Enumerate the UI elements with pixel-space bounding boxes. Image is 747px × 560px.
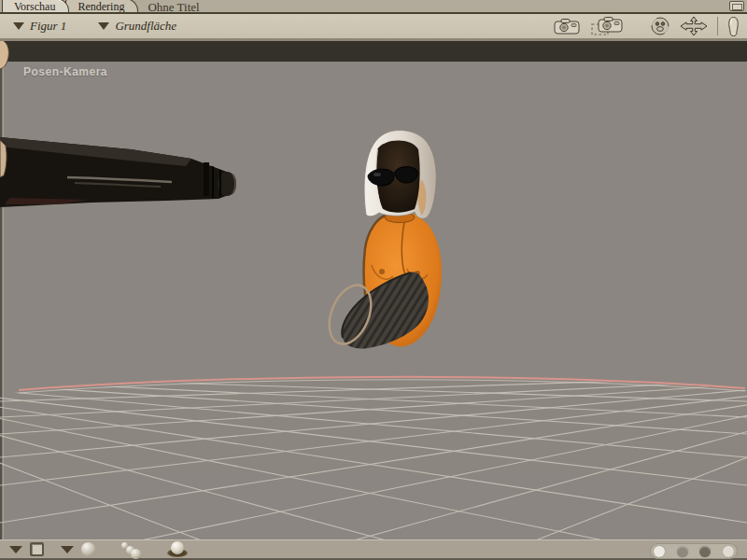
light-bulb-icon[interactable] bbox=[727, 16, 740, 37]
viewport-left-edge bbox=[0, 41, 3, 539]
color-dot-1[interactable] bbox=[654, 546, 665, 557]
move-axes-icon[interactable] bbox=[680, 16, 708, 36]
box-style-icon[interactable] bbox=[30, 542, 44, 556]
viewport-top-bar bbox=[0, 41, 747, 62]
figure-selector-label: Figur 1 bbox=[30, 19, 66, 34]
chevron-down-icon bbox=[13, 22, 24, 30]
trackball-icon[interactable] bbox=[650, 16, 670, 36]
chevron-down-icon bbox=[98, 22, 109, 30]
figure-style-dropdown-icon[interactable] bbox=[61, 546, 74, 553]
color-dot-3[interactable] bbox=[699, 546, 711, 557]
camera-icon[interactable] bbox=[553, 17, 581, 35]
tab-vorschau[interactable]: Vorschau bbox=[2, 0, 69, 12]
element-selector-label: Grundfläche bbox=[115, 19, 176, 34]
mechanical-arm-prop bbox=[0, 137, 236, 207]
scene-canvas bbox=[0, 41, 747, 539]
tab-rendering-label: Rendering bbox=[78, 0, 124, 13]
display-style-bar bbox=[0, 539, 747, 560]
ground-grid bbox=[0, 370, 747, 539]
multi-sphere-style-icon[interactable] bbox=[120, 541, 142, 558]
color-dot-tray bbox=[650, 543, 738, 559]
preview-viewport[interactable]: Posen-Kamera bbox=[0, 41, 747, 539]
app-window: Vorschau Rendering Ohne Titel Figur 1 Gr… bbox=[0, 0, 747, 560]
element-selector[interactable]: Grundfläche bbox=[98, 19, 176, 34]
tab-vorschau-label: Vorschau bbox=[14, 0, 55, 13]
shadow-sphere-icon[interactable] bbox=[166, 541, 189, 558]
document-title: Ohne Titel bbox=[148, 0, 199, 14]
main-toolbar: Figur 1 Grundfläche bbox=[0, 14, 747, 41]
window-widget-icon[interactable] bbox=[729, 1, 744, 11]
tab-bar: Vorschau Rendering Ohne Titel bbox=[0, 0, 747, 14]
figure-torso bbox=[321, 131, 442, 351]
camera-controls bbox=[553, 16, 741, 37]
tab-rendering[interactable]: Rendering bbox=[65, 0, 138, 12]
document-style-dropdown-icon[interactable] bbox=[9, 546, 22, 553]
camera-select-icon[interactable] bbox=[590, 16, 624, 36]
color-dot-4[interactable] bbox=[723, 546, 734, 557]
camera-name-label: Posen-Kamera bbox=[23, 65, 107, 78]
ground-horizon-line bbox=[19, 377, 745, 390]
sphere-style-icon[interactable] bbox=[81, 542, 95, 556]
toolbar-divider bbox=[717, 17, 718, 35]
figure-selector[interactable]: Figur 1 bbox=[13, 19, 66, 34]
color-dot-2[interactable] bbox=[677, 546, 688, 557]
